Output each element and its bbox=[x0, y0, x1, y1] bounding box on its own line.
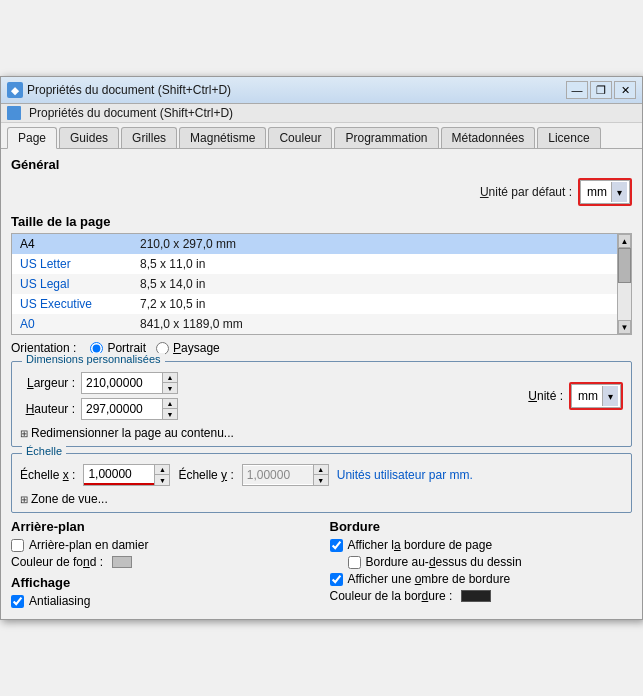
page-size-row-usexecutive[interactable]: US Executive 7,2 x 10,5 in bbox=[12, 294, 617, 314]
redim-link[interactable]: ⊞ Redimensionner la page au contenu... bbox=[20, 426, 623, 440]
largeur-spinbox-btns: ▲ ▼ bbox=[162, 373, 177, 393]
zone-vue-row: ⊞ Zone de vue... bbox=[20, 492, 623, 506]
tab-couleur[interactable]: Couleur bbox=[268, 127, 332, 148]
scrollbar-track bbox=[618, 248, 631, 320]
largeur-down-button[interactable]: ▼ bbox=[163, 383, 177, 393]
ombre-label: Afficher une ombre de bordure bbox=[348, 572, 511, 586]
unite-dropdown[interactable]: mm ▾ bbox=[571, 384, 621, 408]
content-area: Général Unité par défaut : mm ▾ Taille d… bbox=[1, 149, 642, 619]
zone-vue-link[interactable]: ⊞ Zone de vue... bbox=[20, 492, 623, 506]
close-button[interactable]: ✕ bbox=[614, 81, 636, 99]
page-size-title: Taille de la page bbox=[11, 214, 632, 229]
page-dim-a4: 210,0 x 297,0 mm bbox=[140, 237, 236, 251]
unit-dropdown[interactable]: mm ▾ bbox=[580, 180, 630, 204]
zone-vue-text: Zone de vue... bbox=[31, 492, 108, 506]
page-size-row-usletter[interactable]: US Letter 8,5 x 11,0 in bbox=[12, 254, 617, 274]
bordure-dessus-row: Bordure au-dessus du dessin bbox=[330, 555, 633, 569]
tab-page[interactable]: Page bbox=[7, 127, 57, 149]
page-name-uslegal: US Legal bbox=[20, 277, 140, 291]
largeur-row: Largeur : ▲ ▼ bbox=[20, 372, 178, 394]
page-size-row-uslegal[interactable]: US Legal 8,5 x 14,0 in bbox=[12, 274, 617, 294]
couleur-bordure-label: Couleur de la bordure : bbox=[330, 589, 453, 603]
ombre-row: Afficher une ombre de bordure bbox=[330, 572, 633, 586]
afficher-bordure-row: Afficher la bordure de page bbox=[330, 538, 633, 552]
echelle-x-down-button[interactable]: ▼ bbox=[155, 475, 169, 485]
antialiasing-label: Antialiasing bbox=[29, 594, 90, 608]
hauteur-row: Hauteur : ▲ ▼ bbox=[20, 398, 178, 420]
bordure-dessus-checkbox[interactable] bbox=[348, 556, 361, 569]
antialiasing-checkbox[interactable] bbox=[11, 595, 24, 608]
page-dim-a0: 841,0 x 1189,0 mm bbox=[140, 317, 243, 331]
scrollbar-down-button[interactable]: ▼ bbox=[618, 320, 631, 334]
page-name-a0: A0 bbox=[20, 317, 140, 331]
largeur-input[interactable] bbox=[82, 374, 162, 392]
hauteur-up-button[interactable]: ▲ bbox=[163, 399, 177, 409]
custom-dims-box: Dimensions personnalisées Largeur : ▲ ▼ bbox=[11, 361, 632, 447]
afficher-bordure-label: Afficher la bordure de page bbox=[348, 538, 493, 552]
echelle-y-up-button[interactable]: ▲ bbox=[314, 465, 328, 475]
redim-text: Redimensionner la page au contenu... bbox=[31, 426, 234, 440]
echelle-x-up-button[interactable]: ▲ bbox=[155, 465, 169, 475]
page-dim-usexecutive: 7,2 x 10,5 in bbox=[140, 297, 205, 311]
couleur-bordure-swatch[interactable] bbox=[461, 590, 491, 602]
dims-left: Largeur : ▲ ▼ Hauteur : bbox=[20, 372, 178, 420]
largeur-up-button[interactable]: ▲ bbox=[163, 373, 177, 383]
dims-right: Unité : mm ▾ bbox=[528, 382, 623, 410]
custom-dims-inner: Largeur : ▲ ▼ Hauteur : bbox=[20, 372, 623, 420]
page-dim-uslegal: 8,5 x 14,0 in bbox=[140, 277, 205, 291]
expand-icon: ⊞ bbox=[20, 428, 28, 439]
tab-guides[interactable]: Guides bbox=[59, 127, 119, 148]
hauteur-down-button[interactable]: ▼ bbox=[163, 409, 177, 419]
tab-licence[interactable]: Licence bbox=[537, 127, 600, 148]
tab-programmation[interactable]: Programmation bbox=[334, 127, 438, 148]
antialiasing-row: Antialiasing bbox=[11, 594, 314, 608]
echelle-unit-text: Unités utilisateur par mm. bbox=[337, 468, 473, 482]
echelle-x-spinbox-btns: ▲ ▼ bbox=[154, 465, 169, 485]
hauteur-input[interactable] bbox=[82, 400, 162, 418]
echelle-y-down-button[interactable]: ▼ bbox=[314, 475, 328, 485]
echelle-y-spinbox[interactable]: ▲ ▼ bbox=[242, 464, 329, 486]
paysage-label: Paysage bbox=[173, 341, 220, 355]
page-size-scrollbar[interactable]: ▲ ▼ bbox=[617, 234, 631, 334]
affichage-title: Affichage bbox=[11, 575, 314, 590]
hauteur-spinbox[interactable]: ▲ ▼ bbox=[81, 398, 178, 420]
largeur-spinbox[interactable]: ▲ ▼ bbox=[81, 372, 178, 394]
couleur-fond-row: Couleur de fond : bbox=[11, 555, 314, 569]
general-row: Unité par défaut : mm ▾ bbox=[11, 178, 632, 206]
window-icon: ◆ bbox=[7, 82, 23, 98]
page-name-usexecutive: US Executive bbox=[20, 297, 140, 311]
menu-bar-icon bbox=[7, 106, 21, 120]
title-bar-text: Propriétés du document (Shift+Ctrl+D) bbox=[27, 83, 562, 97]
page-size-row-a0[interactable]: A0 841,0 x 1189,0 mm bbox=[12, 314, 617, 334]
largeur-label: Largeur : bbox=[20, 376, 75, 390]
restore-button[interactable]: ❐ bbox=[590, 81, 612, 99]
scrollbar-up-button[interactable]: ▲ bbox=[618, 234, 631, 248]
echelle-inner: Échelle x : ▲ ▼ Échelle y : ▲ ▼ Un bbox=[20, 464, 623, 486]
bordure-title: Bordure bbox=[330, 519, 633, 534]
page-size-rows: A4 210,0 x 297,0 mm US Letter 8,5 x 11,0… bbox=[12, 234, 617, 334]
tab-magnetisme[interactable]: Magnétisme bbox=[179, 127, 266, 148]
unite-dropdown-arrow[interactable]: ▾ bbox=[602, 386, 618, 406]
echelle-x-spinbox[interactable]: ▲ ▼ bbox=[83, 464, 170, 486]
unite-label: Unité : bbox=[528, 389, 563, 403]
echelle-y-label: Échelle y : bbox=[178, 468, 233, 482]
scrollbar-thumb[interactable] bbox=[618, 248, 631, 283]
tab-grilles[interactable]: Grilles bbox=[121, 127, 177, 148]
ombre-checkbox[interactable] bbox=[330, 573, 343, 586]
page-size-row-a4[interactable]: A4 210,0 x 297,0 mm bbox=[12, 234, 617, 254]
bottom-left: Arrière-plan Arrière-plan en damier Coul… bbox=[11, 519, 314, 611]
tab-metadonnees[interactable]: Métadonnées bbox=[441, 127, 536, 148]
couleur-bordure-row: Couleur de la bordure : bbox=[330, 589, 633, 603]
minimize-button[interactable]: — bbox=[566, 81, 588, 99]
unit-dropdown-arrow[interactable]: ▾ bbox=[611, 182, 627, 202]
damier-checkbox[interactable] bbox=[11, 539, 24, 552]
echelle-y-input[interactable] bbox=[243, 466, 313, 484]
page-dim-usletter: 8,5 x 11,0 in bbox=[140, 257, 205, 271]
paysage-option[interactable]: Paysage bbox=[156, 341, 220, 355]
echelle-x-input[interactable] bbox=[84, 465, 154, 485]
afficher-bordure-checkbox[interactable] bbox=[330, 539, 343, 552]
couleur-fond-swatch[interactable] bbox=[112, 556, 132, 568]
unit-label: Unité par défaut : bbox=[480, 185, 572, 199]
arriere-plan-title: Arrière-plan bbox=[11, 519, 314, 534]
redim-row: ⊞ Redimensionner la page au contenu... bbox=[20, 426, 623, 440]
